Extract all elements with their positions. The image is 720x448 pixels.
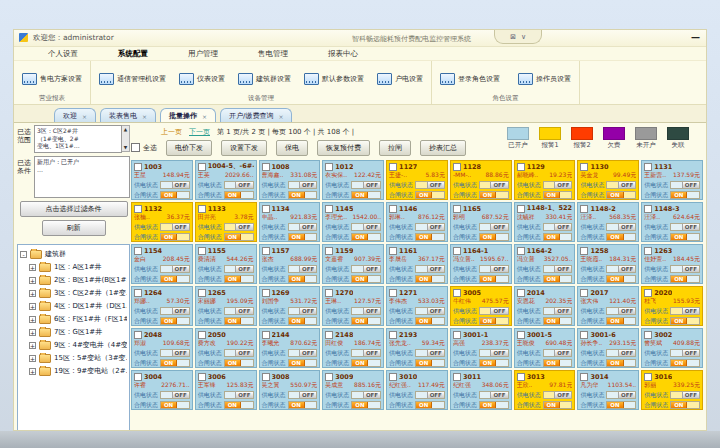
card-checkbox[interactable] (453, 289, 461, 297)
gate-on-state[interactable]: ON (289, 234, 305, 240)
meter-card[interactable]: 3008 吴之翼 550.97元 供电状态 OFF (259, 370, 321, 410)
supply-toggle[interactable]: OFF (670, 265, 700, 273)
gate-on-state[interactable]: ON (352, 234, 368, 240)
ribbon-button[interactable]: 操作员设置 (516, 72, 573, 86)
menu-item[interactable]: 个人设置 (48, 49, 78, 59)
action-button[interactable]: 保电 (276, 140, 308, 156)
meter-card[interactable]: 2148 田红俊 186.74元 供电状态 OFF (322, 328, 384, 368)
meter-card[interactable]: 2014 安恩花 202.35元 供电状态 OFF (514, 286, 576, 326)
card-checkbox[interactable] (580, 247, 588, 255)
gate-toggle[interactable]: ON (543, 401, 573, 409)
gate-toggle[interactable]: ON (415, 401, 445, 409)
supply-off-state[interactable]: OFF (618, 350, 635, 356)
expand-node-icon[interactable] (29, 355, 36, 362)
gate-on-state[interactable]: ON (607, 234, 623, 240)
card-checkbox[interactable] (198, 247, 206, 255)
action-button[interactable]: 电价下发 (166, 140, 212, 156)
choose-filter-button[interactable]: 点击选择过滤条件 (20, 201, 128, 217)
supply-toggle[interactable]: OFF (288, 307, 318, 315)
tree-root[interactable]: 建筑群 (20, 249, 127, 259)
scroll-up-icon[interactable]: ▲ (124, 127, 127, 132)
gate-on-state[interactable]: ON (607, 318, 623, 324)
card-checkbox[interactable] (389, 205, 397, 213)
gate-toggle[interactable]: ON (606, 359, 636, 367)
supply-off-state[interactable]: OFF (235, 224, 252, 230)
gate-on-state[interactable]: ON (161, 276, 177, 282)
gate-on-state[interactable]: ON (289, 402, 305, 408)
gate-toggle[interactable]: ON (670, 359, 700, 367)
supply-toggle[interactable]: OFF (415, 391, 445, 399)
gate-toggle[interactable]: ON (224, 275, 254, 283)
supply-off-state[interactable]: OFF (682, 308, 699, 314)
card-checkbox[interactable] (517, 289, 525, 297)
card-checkbox[interactable] (644, 373, 652, 381)
card-checkbox[interactable] (389, 289, 397, 297)
meter-card[interactable]: 3009 吴成意 885.16元 供电状态 OFF (322, 370, 384, 410)
supply-toggle[interactable]: OFF (479, 265, 509, 273)
gate-toggle[interactable]: ON (670, 191, 700, 199)
tab-close-icon[interactable]: × (278, 113, 283, 120)
gate-on-state[interactable]: ON (671, 192, 687, 198)
gate-toggle[interactable]: ON (415, 233, 445, 241)
refresh-button[interactable]: 刷新 (42, 220, 106, 236)
gate-toggle[interactable]: ON (351, 359, 381, 367)
gate-on-state[interactable]: ON (416, 402, 432, 408)
meter-card[interactable]: 1148-3 汪泽.. 624.64元 供电状态 OFF (641, 202, 703, 242)
expand-node-icon[interactable] (29, 303, 36, 310)
supply-off-state[interactable]: OFF (618, 266, 635, 272)
meter-card[interactable]: 1263 佳妤萱.. 184.45元 供电状态 OFF (641, 244, 703, 284)
supply-toggle[interactable]: OFF (288, 181, 318, 189)
card-checkbox[interactable] (325, 163, 333, 171)
meter-card[interactable]: 1155 费清清 544.26元 供电状态 OFF (195, 244, 257, 284)
selected-range-box[interactable]: 3区：C区2#井 （1#变电、2# 变电、1区1#… (34, 125, 122, 153)
gate-toggle[interactable]: ON (160, 401, 190, 409)
gate-toggle[interactable]: ON (288, 359, 318, 367)
meter-card[interactable]: 1157 张杰 688.99元 供电状态 OFF (259, 244, 321, 284)
supply-toggle[interactable]: OFF (160, 265, 190, 273)
supply-off-state[interactable]: OFF (427, 266, 444, 272)
card-checkbox[interactable] (325, 373, 333, 381)
supply-off-state[interactable]: OFF (235, 392, 252, 398)
tree-item[interactable]: 2区：B区1#井(B区1#… (29, 275, 127, 285)
supply-toggle[interactable]: OFF (160, 307, 190, 315)
gate-on-state[interactable]: ON (607, 192, 623, 198)
supply-off-state[interactable]: OFF (363, 182, 380, 188)
gate-toggle[interactable]: ON (288, 233, 318, 241)
supply-toggle[interactable]: OFF (351, 223, 381, 231)
supply-toggle[interactable]: OFF (543, 391, 573, 399)
supply-off-state[interactable]: OFF (554, 350, 571, 356)
gate-toggle[interactable]: ON (351, 191, 381, 199)
gate-on-state[interactable]: ON (416, 276, 432, 282)
meter-card[interactable]: 1146 郭琳.. 876.12元 供电状态 OFF (386, 202, 448, 242)
gate-on-state[interactable]: ON (544, 192, 560, 198)
card-checkbox[interactable] (262, 163, 270, 171)
gate-on-state[interactable]: ON (289, 276, 305, 282)
supply-off-state[interactable]: OFF (172, 266, 189, 272)
ribbon-button[interactable]: 通信管理机设置 (97, 72, 168, 86)
supply-off-state[interactable]: OFF (427, 308, 444, 314)
gate-on-state[interactable]: ON (225, 192, 241, 198)
expand-icon[interactable]: ⊠ (510, 33, 516, 41)
gate-toggle[interactable]: ON (224, 191, 254, 199)
expand-node-icon[interactable] (29, 264, 36, 271)
card-checkbox[interactable] (389, 247, 397, 255)
card-checkbox[interactable] (517, 331, 525, 339)
gate-toggle[interactable]: ON (543, 275, 573, 283)
gate-toggle[interactable]: ON (351, 275, 381, 283)
gate-toggle[interactable]: ON (224, 401, 254, 409)
meter-card[interactable]: 1269 刘国争 531.72元 供电状态 OFF (259, 286, 321, 326)
gate-toggle[interactable]: ON (415, 317, 445, 325)
supply-toggle[interactable]: OFF (606, 181, 636, 189)
card-checkbox[interactable] (198, 373, 206, 381)
supply-off-state[interactable]: OFF (554, 308, 571, 314)
card-checkbox[interactable] (453, 247, 461, 255)
supply-off-state[interactable]: OFF (299, 182, 316, 188)
supply-off-state[interactable]: OFF (299, 350, 316, 356)
gate-toggle[interactable]: ON (606, 317, 636, 325)
supply-toggle[interactable]: OFF (670, 391, 700, 399)
expand-node-icon[interactable] (29, 277, 36, 284)
supply-toggle[interactable]: OFF (543, 223, 573, 231)
supply-off-state[interactable]: OFF (682, 350, 699, 356)
card-checkbox[interactable] (198, 163, 206, 171)
card-checkbox[interactable] (198, 205, 206, 213)
